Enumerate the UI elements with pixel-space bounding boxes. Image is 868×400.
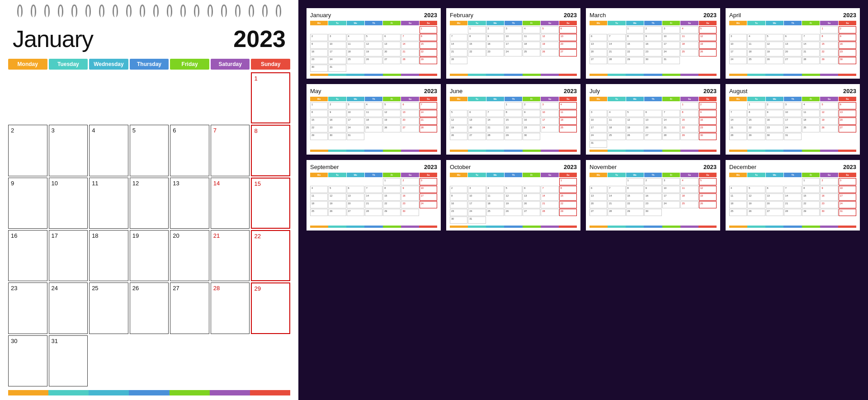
spiral-coil bbox=[58, 5, 63, 17]
mini-day-cell: 13 bbox=[383, 42, 401, 49]
mini-day-number: 6 bbox=[646, 111, 647, 113]
mini-bottom-seg-fr bbox=[802, 74, 820, 76]
mini-day-cell: 7 bbox=[450, 34, 467, 41]
mini-day-number: 22 bbox=[682, 126, 684, 129]
mini-bottom-seg-sa bbox=[820, 74, 838, 76]
mini-day-cell: 25 bbox=[802, 125, 820, 132]
mini-day-cell bbox=[626, 65, 644, 72]
mini-day-header-sa: Sa bbox=[541, 21, 558, 25]
mini-day-header-tu: Tu bbox=[468, 173, 486, 177]
mini-day-cell: 31 bbox=[328, 65, 346, 72]
mini-day-cell: 3 bbox=[662, 26, 680, 33]
mini-calendar-header: September2023 bbox=[310, 164, 437, 170]
mini-bottom-seg-su bbox=[838, 150, 856, 152]
large-day-cell: 4 bbox=[89, 125, 128, 176]
mini-day-cell: 11 bbox=[486, 193, 504, 201]
mini-day-header-fr: Fr bbox=[802, 21, 820, 25]
mini-day-number: 20 bbox=[384, 50, 387, 53]
mini-day-cell: 25 bbox=[347, 57, 364, 64]
mini-day-cell: 27 bbox=[523, 209, 540, 216]
mini-day-cell: 29 bbox=[680, 133, 698, 140]
mini-day-cell: 4 bbox=[486, 186, 504, 193]
mini-calendar-grid: 1234567891011121314151617181920212223242… bbox=[310, 178, 437, 224]
mini-day-cell: 28 bbox=[486, 133, 504, 140]
mini-day-number: 18 bbox=[682, 42, 684, 45]
mini-day-number: 24 bbox=[421, 202, 424, 205]
mini-day-number: 28 bbox=[664, 134, 666, 136]
mini-day-cell: 17 bbox=[662, 193, 680, 201]
mini-day-number: 31 bbox=[591, 141, 594, 144]
mini-day-number: 2 bbox=[840, 27, 841, 30]
mini-day-cell: 7 bbox=[662, 110, 680, 117]
mini-day-number: 28 bbox=[803, 58, 806, 61]
mini-bottom-seg-th bbox=[364, 226, 382, 228]
mini-day-number: 12 bbox=[700, 187, 703, 189]
mini-calendar-october: October2023MoTuWeThFrSaSu123456789101112… bbox=[446, 160, 580, 231]
mini-day-cell: 16 bbox=[523, 118, 540, 125]
mini-day-cell: 8 bbox=[505, 110, 522, 117]
mini-day-cell: 14 bbox=[608, 42, 625, 49]
mini-day-header-sa: Sa bbox=[680, 97, 698, 101]
mini-day-number: 19 bbox=[700, 42, 703, 45]
mini-day-number: 24 bbox=[542, 126, 545, 129]
mini-day-cell: 1 bbox=[420, 26, 437, 33]
spiral-coil bbox=[85, 5, 91, 17]
mini-bottom-bar bbox=[590, 74, 717, 76]
large-day-cell: 25 bbox=[89, 282, 128, 334]
mini-day-cell: 14 bbox=[401, 42, 419, 49]
mini-bottom-seg-tu bbox=[747, 226, 765, 228]
mini-day-number: 11 bbox=[682, 187, 684, 189]
mini-calendar-grid: 1234567891011121314151617181920212223242… bbox=[310, 26, 437, 72]
mini-calendar-february: February2023MoTuWeThFrSaSu12345678910111… bbox=[446, 8, 580, 79]
mini-day-number: 11 bbox=[731, 194, 733, 197]
mini-day-number: 13 bbox=[561, 35, 563, 38]
mini-day-number: 4 bbox=[682, 27, 683, 30]
mini-day-header-su: Su bbox=[839, 21, 856, 25]
mini-bottom-seg-tu bbox=[328, 150, 346, 152]
mini-day-number: 28 bbox=[609, 58, 612, 61]
mini-day-number: 24 bbox=[469, 210, 472, 212]
mini-day-cell bbox=[802, 65, 820, 72]
mini-day-number: 27 bbox=[402, 126, 405, 129]
day-number: 1 bbox=[254, 75, 257, 82]
mini-day-cell bbox=[541, 133, 558, 140]
mini-day-cell bbox=[559, 141, 577, 148]
mini-day-header-tu: Tu bbox=[328, 21, 346, 25]
mini-day-number: 28 bbox=[609, 210, 612, 212]
mini-day-number: 31 bbox=[664, 58, 666, 61]
mini-day-cell: 9 bbox=[820, 186, 838, 193]
mini-day-headers: MoTuWeThFrSaSu bbox=[590, 97, 717, 101]
large-day-cell bbox=[49, 72, 88, 123]
mini-day-number: 11 bbox=[524, 35, 527, 38]
mini-day-cell: 28 bbox=[729, 133, 747, 140]
mini-day-number: 1 bbox=[682, 103, 683, 106]
mini-day-header-tu: Tu bbox=[747, 21, 765, 25]
mini-day-cell: 3 bbox=[541, 102, 558, 109]
mini-day-cell bbox=[505, 216, 522, 224]
mini-day-number: 7 bbox=[803, 35, 805, 38]
mini-day-headers: MoTuWeThFrSaSu bbox=[729, 21, 856, 25]
mini-day-cell: 2 bbox=[644, 26, 662, 33]
mini-day-header-fr: Fr bbox=[383, 97, 401, 101]
mini-day-cell: 16 bbox=[766, 118, 783, 125]
mini-day-cell: 7 bbox=[608, 186, 625, 193]
mini-day-header-th: Th bbox=[644, 97, 662, 101]
mini-day-number: 23 bbox=[840, 50, 843, 53]
mini-day-cell: 8 bbox=[468, 34, 486, 41]
mini-day-number: 30 bbox=[840, 58, 843, 61]
mini-bottom-seg-fr bbox=[383, 74, 401, 76]
mini-day-number: 21 bbox=[803, 50, 806, 53]
mini-calendar-header: July2023 bbox=[590, 88, 717, 94]
mini-day-cell: 16 bbox=[310, 49, 328, 56]
mini-day-number: 19 bbox=[767, 50, 770, 53]
mini-day-number: 23 bbox=[311, 58, 314, 61]
day-header-thursday: Thursday bbox=[130, 59, 169, 70]
mini-day-cell: 3 bbox=[468, 186, 486, 193]
mini-day-cell: 9 bbox=[699, 110, 717, 117]
mini-day-cell bbox=[347, 216, 364, 224]
mini-day-cell: 18 bbox=[680, 42, 698, 49]
mini-year: 2023 bbox=[703, 12, 717, 19]
mini-day-number: 27 bbox=[524, 210, 527, 212]
mini-day-cell: 21 bbox=[365, 201, 382, 208]
mini-bottom-seg-tu bbox=[468, 226, 486, 228]
